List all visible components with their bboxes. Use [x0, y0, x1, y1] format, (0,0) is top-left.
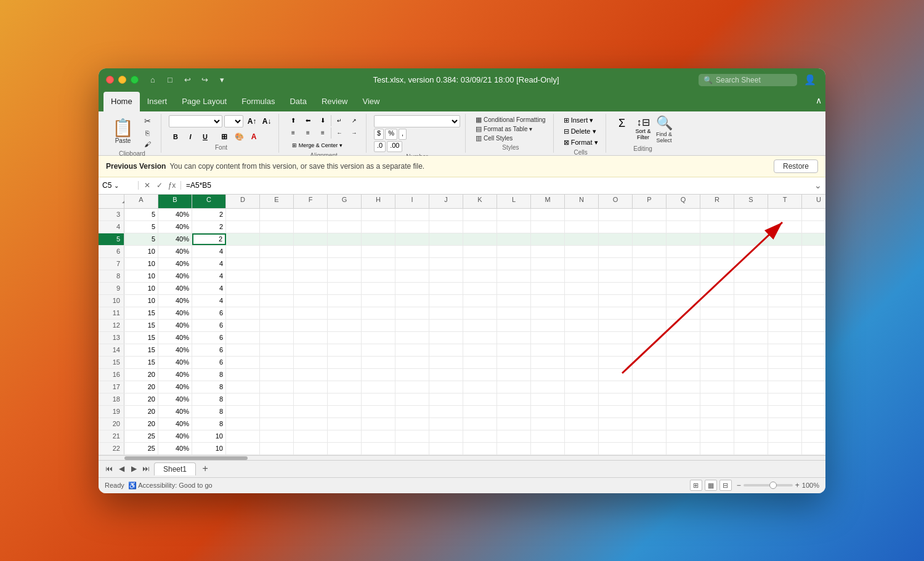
cell-empty[interactable] [565, 270, 599, 282]
paste-button[interactable]: 📋 Paste [108, 118, 137, 146]
sheet-prev-button[interactable]: ◀ [116, 463, 127, 474]
cell-empty[interactable] [260, 320, 294, 331]
cell-empty[interactable] [565, 443, 599, 454]
cell-c18[interactable]: 8 [192, 394, 226, 405]
cell-empty[interactable] [463, 332, 497, 344]
cell-empty[interactable] [734, 430, 768, 442]
zoom-in-icon[interactable]: + [795, 481, 800, 490]
cell-empty[interactable] [700, 320, 734, 331]
cell-empty[interactable] [565, 332, 599, 344]
cell-c16[interactable]: 8 [192, 369, 226, 381]
cell-empty[interactable] [802, 295, 825, 307]
cell-empty[interactable] [328, 369, 362, 381]
insert-cells-button[interactable]: ⊞ Insert ▾ [561, 115, 601, 126]
cell-c6[interactable]: 4 [192, 246, 226, 257]
cell-empty[interactable] [328, 381, 362, 393]
cell-empty[interactable] [700, 307, 734, 319]
cell-empty[interactable] [429, 270, 463, 282]
align-middle-button[interactable]: ⬅ [301, 115, 315, 126]
cell-empty[interactable] [633, 233, 667, 245]
sheet-next-button[interactable]: ▶ [128, 463, 139, 474]
cell-empty[interactable] [362, 295, 395, 307]
comma-button[interactable]: , [399, 129, 407, 140]
font-color-button[interactable]: A [247, 131, 261, 143]
cell-empty[interactable] [497, 221, 531, 233]
cell-empty[interactable] [260, 209, 294, 220]
cell-c15[interactable]: 6 [192, 357, 226, 368]
cell-empty[interactable] [395, 418, 429, 430]
cell-empty[interactable] [260, 295, 294, 307]
cell-c8[interactable]: 4 [192, 270, 226, 282]
cell-empty[interactable] [362, 320, 395, 331]
cell-a21[interactable]: 25 [124, 430, 158, 442]
cell-b11[interactable]: 40% [158, 307, 192, 319]
cell-b7[interactable]: 40% [158, 258, 192, 270]
cell-b15[interactable]: 40% [158, 357, 192, 368]
cell-b3[interactable]: 40% [158, 209, 192, 220]
cell-empty[interactable] [667, 381, 700, 393]
cell-empty[interactable] [362, 246, 395, 257]
cell-empty[interactable] [768, 406, 802, 418]
cell-empty[interactable] [294, 295, 328, 307]
cell-empty[interactable] [362, 307, 395, 319]
cell-c3[interactable]: 2 [192, 209, 226, 220]
save-icon[interactable]: □ [163, 73, 177, 87]
sheet-last-button[interactable]: ⏭ [140, 463, 152, 474]
cell-empty[interactable] [599, 221, 633, 233]
cell-empty[interactable] [667, 394, 700, 405]
decrease-decimal-button[interactable]: .0 [374, 141, 386, 152]
cell-empty[interactable] [395, 307, 429, 319]
cell-b18[interactable]: 40% [158, 394, 192, 405]
cell-empty[interactable] [633, 369, 667, 381]
cell-empty[interactable] [429, 258, 463, 270]
cell-a5[interactable]: 5 [124, 233, 158, 245]
cell-empty[interactable] [395, 406, 429, 418]
cell-a14[interactable]: 15 [124, 344, 158, 356]
cell-empty[interactable] [768, 369, 802, 381]
cell-empty[interactable] [294, 320, 328, 331]
cell-empty[interactable] [565, 246, 599, 257]
cell-empty[interactable] [328, 443, 362, 454]
cell-empty[interactable] [768, 307, 802, 319]
cell-empty[interactable] [429, 307, 463, 319]
cell-empty[interactable] [667, 418, 700, 430]
cell-empty[interactable] [667, 307, 700, 319]
cell-b22[interactable]: 40% [158, 443, 192, 454]
cell-a16[interactable]: 20 [124, 369, 158, 381]
cell-empty[interactable] [497, 344, 531, 356]
cell-empty[interactable] [700, 406, 734, 418]
italic-button[interactable]: I [184, 131, 197, 143]
cell-empty[interactable] [565, 344, 599, 356]
cell-empty[interactable] [226, 209, 260, 220]
format-as-table-button[interactable]: ▤ Format as Table ▾ [473, 124, 535, 134]
fill-color-button[interactable]: 🎨 [232, 131, 246, 143]
increase-decimal-button[interactable]: .00 [387, 141, 402, 152]
cell-empty[interactable] [328, 332, 362, 344]
cell-empty[interactable] [497, 270, 531, 282]
cell-empty[interactable] [599, 394, 633, 405]
cell-empty[interactable] [700, 381, 734, 393]
cell-empty[interactable] [599, 295, 633, 307]
cell-c21[interactable]: 10 [192, 430, 226, 442]
cell-empty[interactable] [497, 394, 531, 405]
number-format-select[interactable] [374, 115, 460, 127]
cell-empty[interactable] [667, 283, 700, 294]
cell-empty[interactable] [700, 369, 734, 381]
cell-empty[interactable] [667, 246, 700, 257]
cell-empty[interactable] [395, 233, 429, 245]
tab-page-layout[interactable]: Page Layout [174, 92, 234, 111]
cell-empty[interactable] [260, 332, 294, 344]
cell-empty[interactable] [328, 418, 362, 430]
cell-empty[interactable] [768, 381, 802, 393]
cell-empty[interactable] [565, 258, 599, 270]
cell-empty[interactable] [531, 246, 565, 257]
col-header-e[interactable]: E [260, 195, 294, 208]
font-name-select[interactable] [169, 115, 222, 127]
cell-empty[interactable] [395, 443, 429, 454]
cell-empty[interactable] [226, 332, 260, 344]
increase-indent-button[interactable]: → [347, 127, 361, 139]
cell-empty[interactable] [667, 270, 700, 282]
cell-empty[interactable] [633, 283, 667, 294]
cell-empty[interactable] [633, 394, 667, 405]
cell-empty[interactable] [599, 283, 633, 294]
